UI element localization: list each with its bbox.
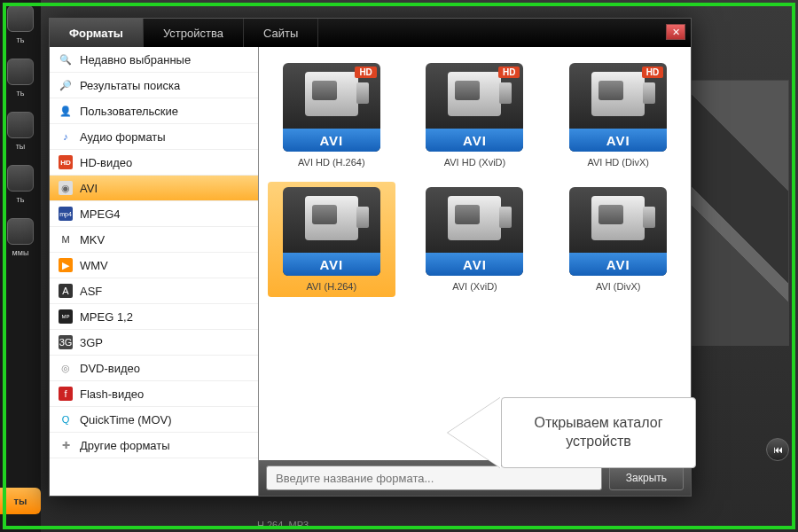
format-band: AVI xyxy=(426,129,523,152)
format-card-5[interactable]: AVIAVI (DivX) xyxy=(554,182,682,297)
rail-button-2[interactable] xyxy=(7,112,34,138)
rail-button-3[interactable] xyxy=(7,165,34,192)
3gp-icon: 3G xyxy=(59,335,73,349)
flash-icon: f xyxy=(59,387,73,401)
format-search-input[interactable] xyxy=(266,466,602,490)
sidebar-item-user[interactable]: 👤Пользовательские xyxy=(50,98,258,124)
prev-track-button[interactable]: ⏮ xyxy=(766,438,789,461)
format-label: AVI (XviD) xyxy=(452,281,497,292)
camcorder-icon: AVI xyxy=(426,187,523,276)
sidebar-item-qt[interactable]: QQuickTime (MOV) xyxy=(50,407,258,433)
sidebar-item-wmv[interactable]: ▶WMV xyxy=(50,253,258,278)
camcorder-icon: HDAVI xyxy=(426,63,523,152)
mkv-icon: M xyxy=(59,232,73,246)
video-preview xyxy=(683,80,789,346)
camcorder-icon: HDAVI xyxy=(569,63,667,152)
hd-badge: HD xyxy=(498,66,520,78)
tab-сайты[interactable]: Сайты xyxy=(244,19,318,47)
left-rail: тьтьтытьммы xyxy=(0,0,41,532)
avi-icon: ◉ xyxy=(59,181,73,195)
category-sidebar: 🔍Недавно выбранные🔎Результаты поиска👤Пол… xyxy=(50,47,259,496)
sidebar-item-label: 3GP xyxy=(80,336,103,349)
sidebar-item-label: Flash-видео xyxy=(80,387,144,401)
hd-badge: HD xyxy=(355,66,376,78)
format-band: AVI xyxy=(569,129,667,152)
format-label: AVI HD (H.264) xyxy=(298,157,365,168)
mp4-icon: mp4 xyxy=(59,207,73,221)
audio-icon: ♪ xyxy=(59,129,73,144)
sidebar-item-label: ASF xyxy=(80,285,102,298)
wmv-icon: ▶ xyxy=(59,258,73,272)
asf-icon: A xyxy=(59,284,73,298)
sidebar-item-label: MPEG 1,2 xyxy=(80,310,133,324)
sidebar-item-asf[interactable]: AASF xyxy=(50,278,258,304)
sidebar-item-label: MPEG4 xyxy=(80,207,121,221)
format-card-2[interactable]: HDAVIAVI HD (DivX) xyxy=(554,58,682,173)
sidebar-item-audio[interactable]: ♪Аудио форматы xyxy=(50,124,258,150)
camcorder-icon: AVI xyxy=(283,187,380,276)
sidebar-item-label: HD-видео xyxy=(80,156,132,169)
sidebar-item-mpeg[interactable]: MPMPEG 1,2 xyxy=(50,304,258,330)
sidebar-item-avi[interactable]: ◉AVI xyxy=(50,176,258,201)
search-icon: 🔎 xyxy=(59,78,73,92)
hd-icon: HD xyxy=(59,155,73,169)
rail-label: ть xyxy=(17,195,25,204)
sidebar-item-label: QuickTime (MOV) xyxy=(80,413,172,426)
sidebar-item-label: Пользовательские xyxy=(80,105,178,118)
format-card-3[interactable]: AVIAVI (H.264) xyxy=(268,182,395,297)
sidebar-item-3gp[interactable]: 3G3GP xyxy=(50,330,258,356)
bottom-orange-button[interactable]: ты xyxy=(0,488,41,514)
sidebar-item-label: MKV xyxy=(80,233,105,246)
mpeg-icon: MP xyxy=(59,309,73,324)
arrow-left-icon xyxy=(448,397,501,468)
format-card-1[interactable]: HDAVIAVI HD (XviD) xyxy=(411,58,539,173)
sidebar-item-mp4[interactable]: mp4MPEG4 xyxy=(50,201,258,227)
format-band: AVI xyxy=(426,253,523,276)
sidebar-item-hd[interactable]: HDHD-видео xyxy=(50,150,258,176)
sidebar-item-label: WMV xyxy=(80,259,108,272)
rail-label: ммы xyxy=(12,248,29,257)
rail-label: ть xyxy=(17,89,25,98)
format-label: AVI HD (DivX) xyxy=(587,157,648,168)
format-band: AVI xyxy=(283,253,380,276)
sidebar-item-flash[interactable]: fFlash-видео xyxy=(50,381,258,407)
close-button[interactable]: Закрыть xyxy=(609,466,684,490)
dvd-icon: ◎ xyxy=(59,361,73,375)
sidebar-item-label: DVD-видео xyxy=(80,362,140,375)
recent-icon: 🔍 xyxy=(59,52,73,66)
rail-button-1[interactable] xyxy=(7,59,34,85)
close-icon[interactable]: ✕ xyxy=(666,24,685,40)
tutorial-callout: Открываем каталог устройств xyxy=(448,397,696,468)
sidebar-item-other[interactable]: ✚Другие форматы xyxy=(50,433,258,458)
tab-форматы[interactable]: Форматы xyxy=(50,19,144,47)
rail-label: ты xyxy=(16,142,26,151)
rail-label: ть xyxy=(17,35,25,44)
hd-badge: HD xyxy=(642,66,663,78)
camcorder-icon: HDAVI xyxy=(283,63,380,152)
camcorder-icon: AVI xyxy=(569,187,667,276)
sidebar-item-search[interactable]: 🔎Результаты поиска xyxy=(50,73,258,98)
format-card-0[interactable]: HDAVIAVI HD (H.264) xyxy=(268,58,395,173)
format-label: AVI HD (XviD) xyxy=(444,157,505,168)
dialog-titlebar: ФорматыУстройстваСайты✕ xyxy=(50,19,691,47)
sidebar-item-mkv[interactable]: MMKV xyxy=(50,227,258,253)
qt-icon: Q xyxy=(59,412,73,426)
sidebar-item-label: Другие форматы xyxy=(80,439,170,452)
format-band: AVI xyxy=(283,129,380,152)
sidebar-item-label: Недавно выбранные xyxy=(80,53,191,66)
sidebar-item-label: Аудио форматы xyxy=(80,130,166,144)
other-icon: ✚ xyxy=(59,438,73,452)
footer-codec-text: H.264. MP3 xyxy=(257,520,309,530)
rail-button-4[interactable] xyxy=(7,218,34,245)
rail-button-0[interactable] xyxy=(7,5,34,32)
sidebar-item-label: Результаты поиска xyxy=(80,79,180,92)
sidebar-item-dvd[interactable]: ◎DVD-видео xyxy=(50,356,258,381)
format-label: AVI (H.264) xyxy=(307,281,357,292)
tab-устройства[interactable]: Устройства xyxy=(144,19,244,47)
format-band: AVI xyxy=(569,253,667,276)
format-label: AVI (DivX) xyxy=(596,281,641,292)
user-icon: 👤 xyxy=(59,104,73,118)
format-card-4[interactable]: AVIAVI (XviD) xyxy=(411,182,539,297)
sidebar-item-label: AVI xyxy=(80,182,98,195)
sidebar-item-recent[interactable]: 🔍Недавно выбранные xyxy=(50,47,258,73)
